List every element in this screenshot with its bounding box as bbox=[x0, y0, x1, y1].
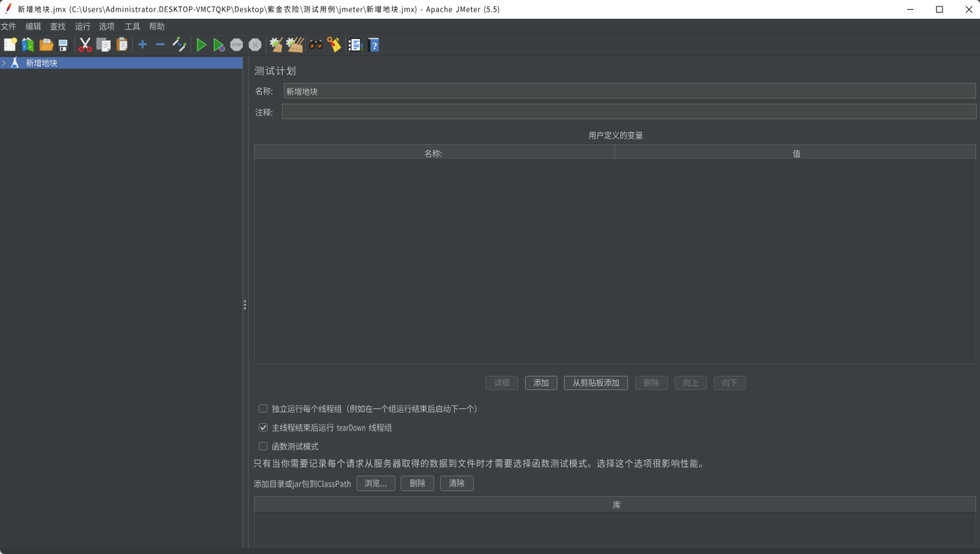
svg-text:STOP: STOP bbox=[231, 43, 241, 47]
svg-text:?: ? bbox=[373, 41, 378, 51]
